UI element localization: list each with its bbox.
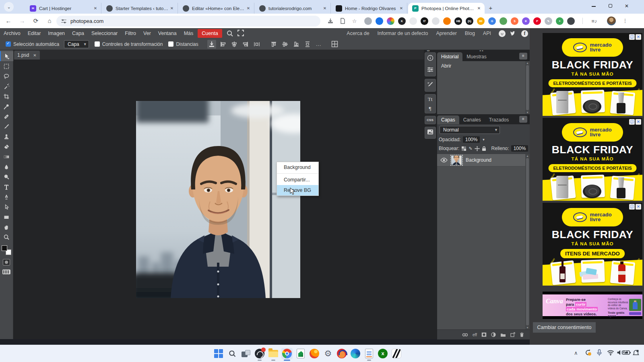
- layer-row-background[interactable]: Background: [437, 154, 530, 167]
- adjustment-layer-icon[interactable]: [491, 332, 496, 337]
- gradient-tool[interactable]: [0, 152, 13, 162]
- menu-blog[interactable]: Blog: [462, 28, 478, 39]
- ad-mercado-1[interactable]: ⓘ✕ mercado livre BLACK FRIDAY TÁ NA SUA …: [543, 33, 642, 116]
- window-minimize-button[interactable]: [586, 0, 602, 12]
- layer-effects-icon[interactable]: eff: [473, 333, 477, 337]
- context-item-compartir[interactable]: Compartir...: [277, 175, 318, 185]
- align-center-h-icon[interactable]: [230, 40, 239, 49]
- extension-icon-green[interactable]: [500, 17, 507, 25]
- hand-tool[interactable]: [0, 222, 13, 232]
- search-icon[interactable]: [226, 30, 233, 37]
- extension-icon-pinterest[interactable]: P: [533, 17, 541, 25]
- extension-icon-search[interactable]: [409, 17, 417, 25]
- menu-aprender[interactable]: Aprender: [433, 28, 460, 39]
- browser-tab[interactable]: H Cart | Hostinger ✕: [26, 3, 101, 14]
- extension-icon-camera[interactable]: [364, 17, 372, 25]
- type-tool[interactable]: [0, 182, 13, 192]
- distribute-h-icon[interactable]: [252, 40, 261, 49]
- extension-icon-k[interactable]: K: [398, 17, 406, 25]
- browser-tab[interactable]: Editar «Home» con Elementor ✕: [179, 3, 254, 14]
- file-explorer-icon[interactable]: [268, 348, 279, 359]
- libreoffice-icon[interactable]: [295, 348, 306, 359]
- fullscreen-icon[interactable]: [237, 30, 245, 37]
- capcut-icon[interactable]: [391, 348, 402, 359]
- start-button[interactable]: [213, 348, 224, 359]
- ad-info-icon[interactable]: ⓘ: [629, 204, 635, 210]
- distances-checkbox[interactable]: [168, 41, 173, 47]
- context-item-remove-bg[interactable]: Remove BG: [277, 185, 318, 195]
- extension-icon-blue[interactable]: [376, 17, 383, 25]
- xbox-icon[interactable]: x: [377, 348, 388, 359]
- css-panel-icon[interactable]: CSS: [427, 118, 433, 122]
- notifications-icon[interactable]: [633, 349, 639, 356]
- align-bottom-icon[interactable]: [292, 40, 301, 49]
- eyedropper-tool[interactable]: [0, 101, 13, 111]
- home-icon[interactable]: ⌂: [44, 16, 55, 26]
- opacity-slider-icon[interactable]: ▼: [482, 138, 485, 142]
- menu-editar[interactable]: Editar: [24, 28, 45, 39]
- tab-search-button[interactable]: ⌄: [4, 2, 14, 12]
- wifi-icon[interactable]: [607, 350, 614, 356]
- align-left-icon[interactable]: [219, 40, 227, 49]
- firefox-icon[interactable]: [309, 348, 320, 359]
- align-middle-v-icon[interactable]: [281, 40, 289, 49]
- clone-stamp-tool[interactable]: [0, 132, 13, 142]
- extension-icon-80[interactable]: 80: [477, 17, 485, 25]
- ad-close-icon[interactable]: ✕: [636, 34, 641, 40]
- crop-tool[interactable]: [0, 91, 13, 101]
- opacity-value[interactable]: 100%: [463, 136, 480, 143]
- dodge-tool[interactable]: [0, 172, 13, 182]
- extension-icon-snowflake[interactable]: ✳: [522, 17, 530, 25]
- browser-tab-active[interactable]: P Photopea | Online Photo Editor ✕: [408, 3, 485, 14]
- profile-avatar[interactable]: [607, 16, 616, 25]
- fill-value[interactable]: 100%: [511, 145, 528, 152]
- extension-icon-gray[interactable]: [432, 17, 440, 25]
- ad-close-icon[interactable]: ✕: [636, 119, 641, 125]
- task-view-icon[interactable]: [240, 348, 252, 359]
- menu-ver[interactable]: Ver: [140, 28, 155, 39]
- workspace-grid-icon[interactable]: [330, 40, 339, 49]
- delete-layer-icon[interactable]: [520, 332, 524, 337]
- browser-tab[interactable]: Starter Templates ‹ tutorialesro ✕: [102, 3, 178, 14]
- taskbar-search-icon[interactable]: [227, 348, 238, 359]
- url-bar[interactable]: photopea.com: [56, 16, 320, 27]
- account-button[interactable]: Cuenta: [198, 29, 222, 38]
- history-entry[interactable]: Abrir: [437, 61, 530, 71]
- blur-tool[interactable]: [0, 162, 13, 172]
- bookmark-star-icon[interactable]: ☆: [351, 18, 358, 25]
- tab-close-icon[interactable]: ✕: [398, 5, 405, 12]
- tab-canales[interactable]: Canales: [459, 115, 485, 124]
- ad-canva[interactable]: Canva Prepare-se para curtir cada movime…: [543, 292, 642, 319]
- ad-close-icon[interactable]: ✕: [636, 204, 641, 210]
- distribute-v-icon[interactable]: [303, 40, 312, 49]
- consent-button[interactable]: Cambiar consentimiento: [533, 322, 596, 333]
- history-panel-menu-icon[interactable]: ≡: [519, 53, 527, 60]
- path-select-tool[interactable]: [0, 202, 13, 212]
- new-layer-icon[interactable]: [510, 332, 515, 337]
- tab-close-icon[interactable]: ✕: [322, 5, 328, 12]
- twitter-icon[interactable]: [510, 30, 517, 37]
- browser-tab[interactable]: tutorialesrodrigo.com ✕: [255, 3, 331, 14]
- info-panel-icon[interactable]: [427, 55, 433, 63]
- edge-icon[interactable]: [350, 348, 361, 359]
- auto-select-checkbox[interactable]: [6, 41, 11, 47]
- magic-wand-tool[interactable]: [0, 81, 13, 91]
- extension-icon-s[interactable]: S: [511, 17, 518, 25]
- character-panel-icon[interactable]: Tt: [428, 97, 433, 102]
- menu-archivo[interactable]: Archivo: [0, 28, 24, 39]
- lock-pixels-icon[interactable]: ✎: [469, 146, 472, 151]
- foreground-color[interactable]: [2, 245, 7, 251]
- shape-rect-tool[interactable]: [0, 212, 13, 222]
- keyboard-shortcuts-icon[interactable]: [2, 269, 10, 274]
- battery-icon[interactable]: [622, 350, 631, 355]
- sync-icon[interactable]: [584, 349, 592, 356]
- healing-brush-tool[interactable]: [0, 111, 13, 121]
- ad-info-icon[interactable]: ⓘ: [629, 119, 635, 125]
- export-layers-icon[interactable]: [207, 40, 216, 49]
- menu-api[interactable]: API: [480, 28, 494, 39]
- menu-imagen[interactable]: Imagen: [44, 28, 68, 39]
- extension-icon-h[interactable]: (h): [466, 17, 473, 25]
- extension-icon-colorwheel[interactable]: [387, 17, 394, 25]
- adjustments-panel-icon[interactable]: [427, 67, 433, 74]
- pen-tool[interactable]: [0, 192, 13, 202]
